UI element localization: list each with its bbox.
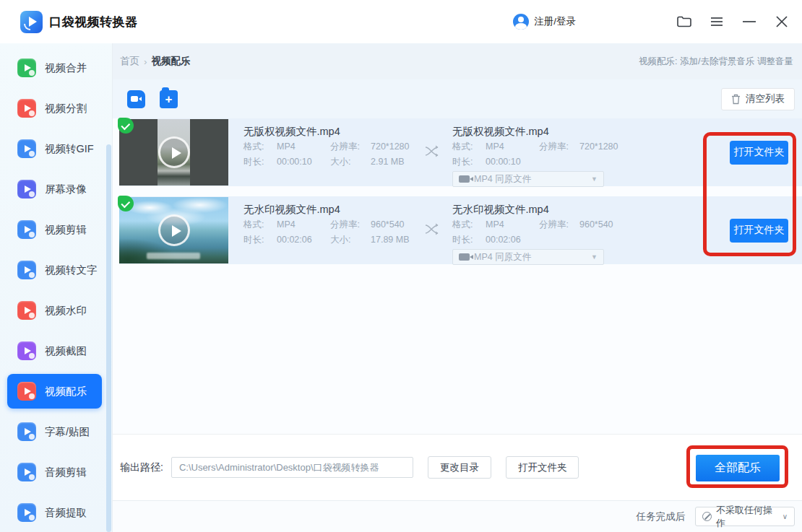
resolution-value: 720*1280: [371, 139, 417, 154]
format-value: MP4: [277, 217, 330, 232]
format-label: 格式:: [452, 139, 486, 154]
camera-icon: [459, 253, 470, 261]
sidebar-item-subtitle-sticker[interactable]: 字幕/贴图: [0, 411, 112, 452]
shuffle-icon: [424, 222, 440, 240]
sidebar-item-video-split[interactable]: 视频分割: [0, 88, 112, 128]
brand: 口袋视频转换器: [20, 11, 138, 33]
file-name: 无版权视频文件.mp4: [243, 123, 417, 139]
video-thumbnail[interactable]: [119, 119, 228, 186]
output-format-value: MP4 同原文件: [474, 251, 531, 263]
sidebar-item-label: 视频水印: [45, 304, 87, 318]
open-folder-button[interactable]: 打开文件夹: [730, 141, 788, 165]
sidebar-item-screen-record[interactable]: 屏幕录像: [0, 169, 112, 209]
video-thumbnail[interactable]: [119, 197, 228, 263]
duration-label: 时长:: [452, 154, 486, 170]
format-value: MP4: [277, 139, 330, 154]
output-format-select[interactable]: MP4 同原文件 ▼: [452, 171, 604, 187]
add-file-icon[interactable]: [127, 90, 145, 108]
resolution-value: 720*1280: [579, 139, 618, 154]
sidebar-item-audio-edit[interactable]: 音频剪辑: [0, 452, 112, 492]
sidebar: 视频合并 视频分割 视频转GIF 屏幕录像 视频剪辑 视频转文字 视频水印 视: [0, 43, 112, 532]
sidebar-item-audio-extract[interactable]: 音频提取: [0, 492, 112, 532]
sidebar-item-label: 视频配乐: [45, 385, 87, 398]
size-label: 大小:: [330, 154, 371, 170]
video-edit-icon: [17, 220, 36, 239]
format-label: 格式:: [243, 139, 277, 154]
output-format-select[interactable]: MP4 同原文件 ▼: [452, 249, 604, 265]
video-watermark-icon: [17, 301, 36, 320]
size-label: 大小:: [330, 232, 371, 248]
breadcrumb: 首页 › 视频配乐 视频配乐: 添加/去除背景音乐 调整音量: [113, 43, 802, 79]
format-label: 格式:: [452, 217, 486, 232]
duration-value: 00:02:06: [277, 232, 330, 248]
sidebar-item-video-to-text[interactable]: 视频转文字: [0, 250, 112, 290]
change-directory-button[interactable]: 更改目录: [428, 456, 491, 479]
open-folder-button[interactable]: 打开文件夹: [730, 219, 788, 243]
sidebar-item-video-watermark[interactable]: 视频水印: [0, 290, 112, 331]
sidebar-item-label: 视频分割: [45, 102, 87, 115]
file-list: 无版权视频文件.mp4 格式: MP4 分辨率: 720*1280 时长: 00…: [113, 118, 802, 434]
open-output-folder-button[interactable]: 打开文件夹: [506, 456, 579, 479]
audio-extract-icon: [17, 503, 36, 522]
video-split-icon: [17, 99, 36, 118]
sidebar-item-video-to-gif[interactable]: 视频转GIF: [0, 128, 112, 169]
convert-all-button[interactable]: 全部配乐: [696, 455, 780, 481]
app-logo-icon: [20, 11, 43, 33]
sidebar-item-label: 音频剪辑: [45, 466, 87, 479]
after-task-select[interactable]: 不采取任何操作 ∨: [695, 507, 795, 526]
menu-icon[interactable]: [708, 13, 725, 30]
titlebar-actions: 注册/登录: [513, 13, 802, 30]
size-value: 17.89 MB: [371, 232, 417, 248]
output-path-input[interactable]: C:\Users\Administrator\Desktop\口袋视频转换器: [171, 457, 413, 478]
add-folder-icon[interactable]: [160, 90, 178, 108]
main-content: 首页 › 视频配乐 视频配乐: 添加/去除背景音乐 调整音量 清空列表 无版权视…: [112, 43, 802, 532]
sidebar-item-label: 视频截图: [45, 344, 87, 358]
clear-list-label: 清空列表: [746, 92, 785, 105]
sidebar-item-video-screenshot[interactable]: 视频截图: [0, 331, 112, 371]
format-label: 格式:: [243, 217, 277, 232]
breadcrumb-separator: ›: [144, 56, 147, 67]
video-to-gif-icon: [17, 139, 36, 158]
sidebar-item-video-edit[interactable]: 视频剪辑: [0, 209, 112, 250]
output-file-name: 无水印视频文件.mp4: [452, 201, 605, 217]
feature-description: 视频配乐: 添加/去除背景音乐 调整音量: [639, 56, 795, 68]
status-bar: 任务完成后 不采取任何操作 ∨: [113, 500, 802, 532]
sidebar-item-video-merge[interactable]: 视频合并: [0, 48, 112, 88]
output-info: 无水印视频文件.mp4 格式: MP4 分辨率: 960*540 时长: 00:…: [452, 196, 605, 264]
camera-icon: [459, 175, 470, 183]
open-folder-icon[interactable]: [676, 13, 693, 30]
file-name: 无水印视频文件.mp4: [243, 201, 417, 217]
video-screenshot-icon: [17, 341, 36, 360]
shuffle-icon: [424, 144, 440, 162]
video-merge-icon: [17, 58, 36, 77]
avatar-icon: [513, 14, 529, 30]
resolution-label: 分辨率:: [330, 217, 371, 232]
app-window: 口袋视频转换器 注册/登录 视频合并: [0, 0, 802, 532]
close-icon[interactable]: [773, 13, 790, 30]
sidebar-scrollbar[interactable]: [106, 144, 111, 532]
output-file-name: 无版权视频文件.mp4: [452, 123, 605, 139]
sidebar-item-label: 屏幕录像: [45, 183, 87, 196]
sidebar-item-label: 视频合并: [45, 61, 87, 75]
sidebar-item-video-bgm[interactable]: 视频配乐: [7, 374, 102, 409]
duration-value: 00:00:10: [486, 154, 605, 170]
chevron-down-icon: ▼: [591, 253, 598, 261]
sidebar-item-label: 视频转文字: [45, 263, 98, 277]
clear-list-button[interactable]: 清空列表: [721, 88, 795, 110]
login-label: 注册/登录: [534, 15, 576, 28]
file-row: 无水印视频文件.mp4 格式: MP4 分辨率: 960*540 时长: 00:…: [119, 196, 802, 264]
duration-value: 00:02:06: [486, 232, 605, 248]
breadcrumb-home[interactable]: 首页: [120, 55, 139, 68]
format-value: MP4: [486, 139, 539, 154]
duration-label: 时长:: [452, 232, 486, 248]
video-to-text-icon: [17, 261, 36, 279]
sidebar-item-label: 视频剪辑: [45, 223, 87, 237]
play-icon[interactable]: [158, 214, 190, 246]
minimize-icon[interactable]: [741, 13, 758, 30]
resolution-value: 960*540: [579, 217, 613, 232]
file-row: 无版权视频文件.mp4 格式: MP4 分辨率: 720*1280 时长: 00…: [119, 118, 802, 186]
login-button[interactable]: 注册/登录: [513, 14, 576, 30]
play-icon[interactable]: [158, 136, 190, 168]
audio-edit-icon: [17, 463, 36, 481]
breadcrumb-current: 视频配乐: [152, 55, 191, 68]
